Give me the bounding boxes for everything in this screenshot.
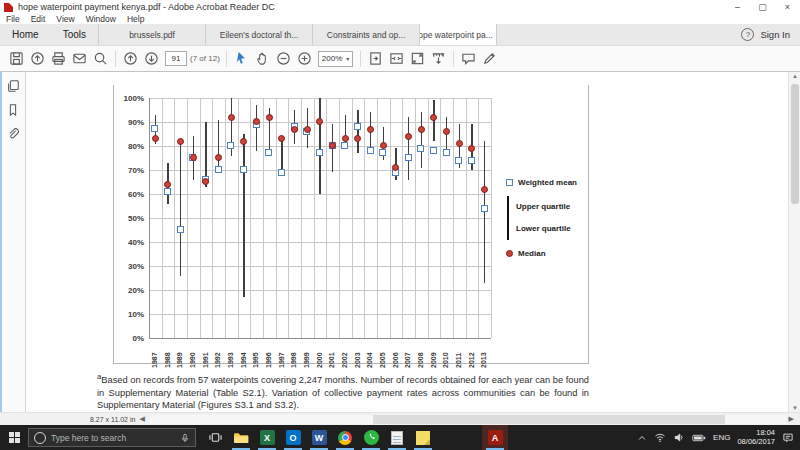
acrobat-reader-taskbar-icon[interactable]: A <box>482 425 508 450</box>
windows-logo-icon <box>9 432 20 443</box>
volume-icon[interactable] <box>673 432 685 443</box>
zoom-out-icon[interactable] <box>273 50 294 68</box>
tab-doc-constraints[interactable]: Constraints and op... <box>312 24 419 45</box>
tab-doc-active[interactable]: hope waterpoint pa... × <box>419 24 497 45</box>
menu-edit[interactable]: Edit <box>31 14 46 24</box>
tab-doc-brussels[interactable]: brussels.pdf <box>98 24 205 45</box>
start-button[interactable] <box>0 425 28 450</box>
next-page-icon[interactable] <box>141 50 162 68</box>
highlight-pen-icon[interactable] <box>479 50 500 68</box>
previous-page-icon[interactable] <box>120 50 141 68</box>
maximize-button[interactable]: ▢ <box>750 0 775 14</box>
acrobat-app-icon <box>4 3 13 12</box>
toolbar-separator <box>360 51 361 67</box>
battery-icon[interactable] <box>692 433 706 443</box>
menu-help[interactable]: Help <box>127 14 144 24</box>
word-taskbar-icon[interactable]: W <box>306 425 332 450</box>
gridline-v <box>428 98 429 338</box>
sticky-notes-taskbar-icon[interactable] <box>410 425 436 450</box>
search-icon[interactable] <box>90 50 111 68</box>
chart-legend: Weighted mean Upper quartile Lower quart… <box>506 178 577 267</box>
scrolling-mode-icon[interactable] <box>428 50 449 68</box>
pdf-page[interactable]: Weighted mean Upper quartile Lower quart… <box>26 72 788 412</box>
quartile-range-bar <box>243 134 244 297</box>
median-point <box>342 135 349 142</box>
x-axis-tick-label: 1990 <box>189 342 197 368</box>
weighted-mean-point <box>405 154 412 161</box>
quartile-range-bar <box>319 98 320 194</box>
tray-expand-icon[interactable] <box>637 433 647 443</box>
sign-in-button[interactable]: Sign In <box>760 29 790 40</box>
clock[interactable]: 18:04 08/06/2017 <box>737 429 775 446</box>
page-number-input[interactable] <box>165 51 187 66</box>
weighted-mean-marker <box>506 179 513 186</box>
page-count-label: (7 of 12) <box>190 54 220 63</box>
excel-taskbar-icon[interactable]: X <box>254 425 280 450</box>
scroll-down-icon[interactable]: ▼ <box>789 405 800 411</box>
gridline-v <box>453 98 454 338</box>
x-axis-tick-label: 1993 <box>227 342 235 368</box>
x-axis-tick-label: 2011 <box>455 342 463 368</box>
x-axis-tick-label: 1995 <box>252 342 260 368</box>
median-point <box>240 138 247 145</box>
weighted-mean-point <box>215 166 222 173</box>
taskbar-gap <box>436 425 482 450</box>
scroll-right-icon[interactable]: ▶ <box>789 415 794 423</box>
chrome-taskbar-icon[interactable] <box>332 425 358 450</box>
fit-page-icon[interactable] <box>365 50 386 68</box>
menu-file[interactable]: File <box>6 14 20 24</box>
print-icon[interactable] <box>48 50 69 68</box>
gridline-v <box>440 98 441 338</box>
windows-taskbar: Type here to search XOWA ENG 18:04 08/06… <box>0 425 800 450</box>
gridline-v <box>288 98 289 338</box>
help-icon[interactable]: ? <box>741 28 754 41</box>
page-thumbnails-icon[interactable] <box>2 76 24 96</box>
email-icon[interactable] <box>69 50 90 68</box>
microphone-icon[interactable] <box>180 432 190 444</box>
menu-view[interactable]: View <box>56 14 74 24</box>
attachments-icon[interactable] <box>2 124 24 144</box>
zoom-in-icon[interactable] <box>294 50 315 68</box>
select-tool-icon[interactable] <box>231 50 252 68</box>
whatsapp-taskbar-icon[interactable] <box>358 425 384 450</box>
horizontal-scrollbar[interactable] <box>149 415 786 424</box>
file-explorer-taskbar-icon[interactable] <box>228 425 254 450</box>
x-axis-tick-label: 1988 <box>164 342 172 368</box>
gridline-v <box>377 98 378 338</box>
median-point <box>367 126 374 133</box>
payment-rate-chart: Weighted mean Upper quartile Lower quart… <box>113 85 589 364</box>
comment-icon[interactable] <box>458 50 479 68</box>
median-point <box>316 118 323 125</box>
taskbar-search[interactable]: Type here to search <box>28 428 196 447</box>
menu-window[interactable]: Window <box>86 14 116 24</box>
wifi-icon[interactable] <box>654 432 666 443</box>
tab-tools[interactable]: Tools <box>51 24 98 45</box>
minimize-button[interactable]: – <box>725 0 750 14</box>
fit-width-icon[interactable] <box>386 50 407 68</box>
y-axis-tick-label: 100% <box>116 94 144 103</box>
bookmarks-icon[interactable] <box>2 100 24 120</box>
horizontal-scroll-thumb[interactable] <box>373 415 725 424</box>
language-indicator[interactable]: ENG <box>713 433 730 442</box>
y-axis-tick-label: 90% <box>116 118 144 127</box>
weighted-mean-point <box>316 149 323 156</box>
scroll-left-icon[interactable]: ◀ <box>139 415 144 423</box>
task-view-taskbar-icon[interactable] <box>202 425 228 450</box>
action-center-icon[interactable] <box>782 432 794 443</box>
weighted-mean-point <box>341 142 348 149</box>
vertical-scroll-thumb[interactable] <box>791 84 799 204</box>
notepad-taskbar-icon[interactable] <box>384 425 410 450</box>
tray-date: 08/06/2017 <box>737 438 775 447</box>
scroll-up-icon[interactable]: ▲ <box>789 73 800 79</box>
save-icon[interactable] <box>6 50 27 68</box>
hand-tool-icon[interactable] <box>252 50 273 68</box>
gridline-v <box>174 98 175 338</box>
outlook-taskbar-icon[interactable]: O <box>280 425 306 450</box>
full-screen-icon[interactable] <box>407 50 428 68</box>
tab-doc-eileen[interactable]: Eileen's doctoral th... <box>205 24 312 45</box>
vertical-scrollbar[interactable]: ▲ ▼ <box>788 72 800 412</box>
share-icon[interactable] <box>27 50 48 68</box>
close-button[interactable]: × <box>775 0 800 14</box>
zoom-level-select[interactable]: 200% ▾ <box>318 51 353 67</box>
tab-home[interactable]: Home <box>0 24 51 45</box>
